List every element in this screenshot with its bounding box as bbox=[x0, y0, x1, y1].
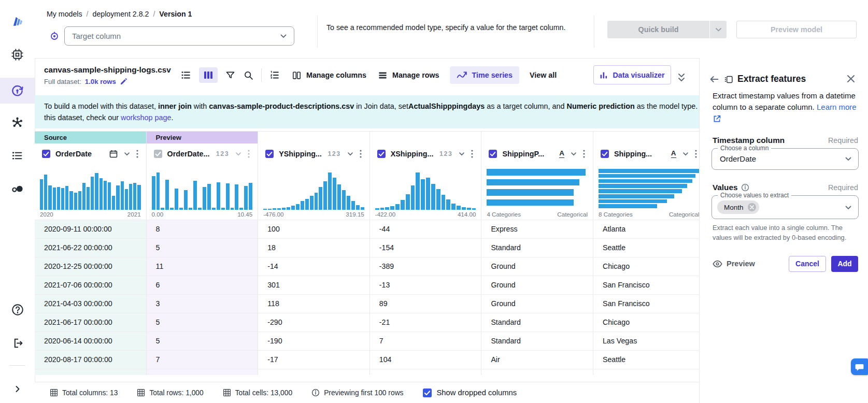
month-chip: Month bbox=[717, 200, 759, 214]
status-label: Previewing first 100 rows bbox=[324, 389, 403, 397]
column-menu-button[interactable] bbox=[248, 150, 250, 158]
sidebar-item-compare[interactable] bbox=[0, 176, 35, 201]
cancel-button[interactable]: Cancel bbox=[789, 256, 826, 272]
column-type-caret[interactable] bbox=[348, 152, 353, 156]
filter-button[interactable] bbox=[225, 70, 236, 81]
column-menu-button[interactable] bbox=[471, 150, 473, 158]
histogram-bar bbox=[226, 183, 230, 210]
add-button[interactable]: Add bbox=[831, 256, 858, 272]
circles-icon bbox=[10, 182, 24, 196]
workshop-page-link[interactable]: workshop page bbox=[121, 113, 172, 122]
table-cell: 2020-09-11 00:00:00 bbox=[35, 220, 146, 238]
app-window: My models/deployment 2.8.2/Version 1 Tar… bbox=[0, 0, 868, 403]
histogram-bar bbox=[472, 208, 476, 210]
manage-rows-button[interactable]: Manage rows bbox=[378, 70, 439, 80]
table-cell: Standard bbox=[481, 313, 593, 332]
rows-count-link[interactable]: 1.0k rows bbox=[85, 78, 116, 85]
chip-remove-icon[interactable] bbox=[747, 203, 757, 212]
manage-columns-label: Manage columns bbox=[306, 71, 366, 79]
back-button[interactable] bbox=[708, 74, 720, 85]
chevron-down-icon bbox=[280, 34, 287, 38]
table-cell: San Francisco bbox=[593, 294, 699, 313]
column-checkbox[interactable] bbox=[601, 150, 609, 158]
column-menu-button[interactable] bbox=[583, 150, 585, 158]
timestamp-column-select[interactable]: Choose a column OrderDate bbox=[712, 148, 859, 170]
table-cell: -17 bbox=[258, 350, 369, 369]
histogram-bar bbox=[239, 208, 243, 210]
column-checkbox[interactable] bbox=[265, 150, 274, 158]
list-view-icon bbox=[180, 69, 192, 81]
column-name: ShippingP... bbox=[502, 150, 544, 158]
column-type-caret[interactable] bbox=[124, 152, 130, 156]
manage-columns-button[interactable]: Manage columns bbox=[292, 70, 366, 80]
preview-model-button[interactable]: Preview model bbox=[736, 21, 857, 38]
show-dropped-columns-checkbox[interactable]: Show dropped columns bbox=[423, 388, 517, 397]
histogram-bar bbox=[175, 189, 178, 210]
column-menu-button[interactable] bbox=[136, 150, 138, 158]
histogram-bar bbox=[165, 180, 169, 210]
sidebar-item-list[interactable] bbox=[0, 142, 35, 168]
histogram-bar bbox=[129, 184, 132, 210]
collapse-toolbar-button[interactable] bbox=[676, 72, 687, 83]
view-all-button[interactable]: View all bbox=[530, 71, 557, 79]
histogram-bar bbox=[137, 185, 140, 210]
sidebar-expand-button[interactable] bbox=[0, 376, 35, 402]
column-type-caret[interactable] bbox=[683, 152, 688, 156]
column-menu-button[interactable] bbox=[360, 150, 362, 158]
learn-more-link[interactable]: Learn more bbox=[817, 103, 857, 111]
table-cell: Atlanta bbox=[593, 220, 699, 238]
preview-button[interactable]: Preview bbox=[713, 260, 755, 268]
table-cell bbox=[147, 369, 258, 375]
canvas-logo-icon[interactable] bbox=[0, 8, 35, 34]
sidebar-item-automations[interactable] bbox=[0, 109, 35, 135]
search-button[interactable] bbox=[243, 70, 254, 81]
banner-text: as the model type. To learn more about bbox=[635, 102, 699, 110]
chevron-down-icon bbox=[845, 157, 851, 161]
stat-max: Categorical bbox=[557, 211, 588, 220]
target-column-select[interactable]: Target column bbox=[64, 26, 294, 46]
quick-build-caret[interactable] bbox=[709, 21, 727, 38]
histogram-bar bbox=[189, 208, 192, 210]
column-header: YShipping... 123 bbox=[258, 143, 369, 164]
column-stats: -422.00 414.00 bbox=[370, 211, 481, 220]
values-multiselect[interactable]: Choose values to extract Month bbox=[712, 195, 859, 219]
info-icon[interactable] bbox=[741, 183, 749, 192]
quick-build-button[interactable]: Quick build bbox=[607, 21, 727, 38]
sidebar-item-datasets[interactable] bbox=[0, 41, 35, 67]
table-cell: Seattle bbox=[593, 238, 699, 257]
breadcrumb-item[interactable]: deployment 2.8.2 bbox=[93, 10, 149, 18]
table-cell: 2020-12-25 00:00:00 bbox=[35, 257, 146, 276]
external-link-icon[interactable] bbox=[713, 114, 858, 123]
column-checkbox[interactable] bbox=[42, 150, 50, 158]
sidebar-item-models[interactable] bbox=[0, 78, 35, 104]
column-type-caret[interactable] bbox=[571, 152, 576, 156]
sidebar-item-help[interactable] bbox=[0, 297, 35, 323]
list-view-button[interactable] bbox=[180, 69, 192, 81]
column-stats: 4 Categories Categorical bbox=[481, 211, 593, 220]
column-checkbox[interactable] bbox=[489, 150, 497, 158]
status-label: Total cells: 13,000 bbox=[235, 389, 292, 397]
table-cell: -13 bbox=[370, 276, 481, 294]
sidebar-item-logout[interactable] bbox=[0, 330, 35, 356]
breadcrumb-item[interactable]: My models bbox=[47, 10, 82, 18]
table-cell bbox=[370, 369, 481, 375]
column-type-caret[interactable] bbox=[459, 152, 464, 156]
target-hint-text: To see a recommended model type, specify… bbox=[326, 23, 565, 32]
table-cell: -44 bbox=[370, 220, 481, 238]
help-icon bbox=[11, 303, 24, 316]
data-visualizer-button[interactable]: Data visualizer bbox=[593, 65, 671, 84]
column-menu-button[interactable] bbox=[695, 150, 697, 158]
time-series-button[interactable]: Time series bbox=[450, 66, 519, 84]
close-panel-button[interactable] bbox=[846, 74, 856, 83]
column-checkbox[interactable] bbox=[154, 150, 162, 158]
column-checkbox[interactable] bbox=[377, 150, 386, 158]
category-bar bbox=[599, 184, 687, 188]
column-header: XShipping... 123 bbox=[370, 143, 481, 164]
ordered-list-button[interactable] bbox=[269, 69, 280, 81]
histogram-bar bbox=[91, 177, 94, 210]
chat-widget-button[interactable] bbox=[851, 358, 868, 375]
banner-text: as a target column, and bbox=[485, 102, 566, 110]
pencil-icon[interactable] bbox=[120, 78, 127, 85]
column-type-caret[interactable] bbox=[236, 152, 241, 156]
grid-view-button[interactable] bbox=[199, 67, 218, 83]
